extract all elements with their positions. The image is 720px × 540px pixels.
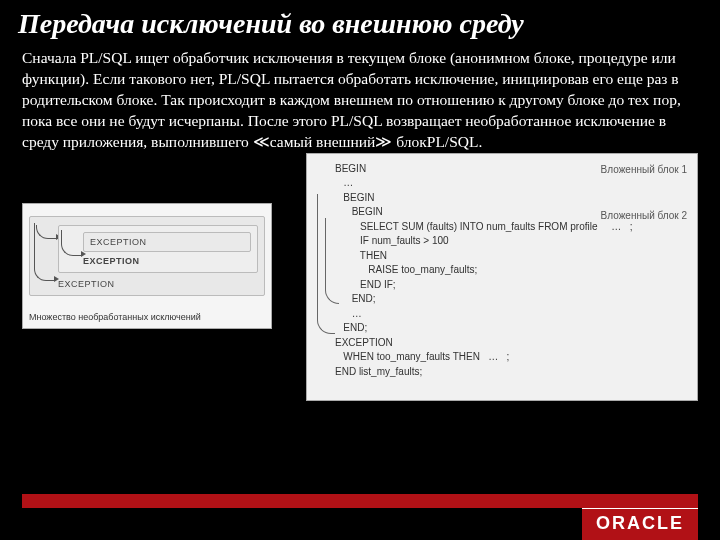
code-line: END list_my_faults;	[335, 365, 689, 380]
nested-block-2-label: Вложенный блок 2	[601, 210, 687, 221]
code-nesting-diagram: Вложенный блок 1 Вложенный блок 2 BEGIN …	[306, 153, 698, 401]
code-line: END;	[335, 292, 689, 307]
exception-label-mid: EXCEPTION	[83, 256, 251, 266]
slide-body-text: Сначала PL/SQL ищет обработчик исключени…	[0, 46, 720, 153]
code-line: THEN	[335, 249, 689, 264]
slide-footer: ORACLE	[0, 494, 720, 540]
code-line: SELECT SUM (faults) INTO num_faults FROM…	[335, 220, 689, 235]
nested-block-1-label: Вложенный блок 1	[601, 164, 687, 175]
code-line: …	[335, 307, 689, 322]
code-line: IF num_faults > 100	[335, 234, 689, 249]
code-line: WHEN too_many_faults THEN … ;	[335, 350, 689, 365]
code-line: BEGIN	[335, 191, 689, 206]
slide-title: Передача исключений во внешнюю среду	[0, 0, 720, 46]
oracle-logo: ORACLE	[582, 508, 698, 540]
diagram-area: EXCEPTION EXCEPTION EXCEPTION Множество …	[0, 153, 720, 433]
footer-red-bar	[22, 494, 698, 508]
code-line: RAISE too_many_faults;	[335, 263, 689, 278]
exception-label-inner: EXCEPTION	[90, 237, 244, 247]
exception-propagation-diagram: EXCEPTION EXCEPTION EXCEPTION Множество …	[22, 203, 272, 329]
code-line: EXCEPTION	[335, 336, 689, 351]
left-diagram-caption: Множество необработанных исключений	[23, 308, 271, 328]
code-line: END IF;	[335, 278, 689, 293]
code-line: …	[335, 176, 689, 191]
code-line: END;	[335, 321, 689, 336]
exception-label-outer: EXCEPTION	[58, 279, 258, 289]
